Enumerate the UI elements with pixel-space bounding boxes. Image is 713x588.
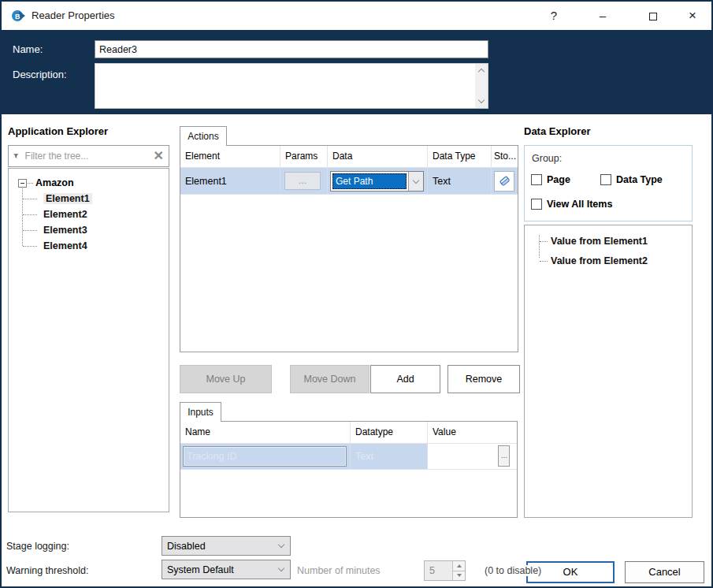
spinner-up-button[interactable] (453, 561, 465, 571)
tree-filter: ✕ (8, 145, 169, 167)
view-all-items-checkbox[interactable] (531, 199, 542, 210)
tab-inputs[interactable]: Inputs (180, 402, 221, 422)
data-item-element2[interactable]: Value from Element2 (539, 251, 689, 271)
actions-row[interactable]: Element1 ... Get Path Text (180, 168, 518, 195)
data-action-selected: Get Path (332, 173, 407, 189)
filter-clear-icon[interactable]: ✕ (154, 150, 164, 162)
scroll-up-icon[interactable] (478, 69, 485, 75)
group-options-box: Group: Page Data Type View All Items (524, 145, 693, 221)
svg-text:B: B (15, 13, 20, 20)
move-up-button[interactable]: Move Up (180, 365, 272, 393)
tree-children: Element1 Element2 Element3 Element4 (22, 191, 165, 254)
store-in-button[interactable] (494, 171, 514, 192)
tree-node-element1[interactable]: Element1 (22, 191, 165, 207)
tree-node-amazon[interactable]: Amazon (12, 175, 165, 191)
action-datatype-cell: Text (428, 176, 451, 187)
collapse-icon[interactable] (18, 179, 27, 188)
add-button[interactable]: Add (370, 365, 440, 393)
stage-logging-label: Stage logging: (6, 541, 69, 552)
spinner-down-button[interactable] (453, 571, 465, 581)
description-label: Description: (13, 69, 67, 80)
triangle-up-icon (457, 564, 462, 568)
name-input[interactable] (95, 40, 488, 58)
data-explorer-title: Data Explorer (524, 125, 591, 137)
group-label: Group: (532, 153, 562, 164)
page-checkbox[interactable] (531, 174, 542, 185)
tree-filter-input[interactable] (24, 150, 149, 162)
tab-actions[interactable]: Actions (180, 126, 227, 146)
tree-root-label[interactable]: Amazon (35, 177, 74, 188)
action-element-cell: Element1 (180, 176, 227, 187)
chevron-down-icon (413, 177, 419, 183)
data-action-dropdown[interactable]: Get Path (330, 171, 424, 192)
col-element: Element (180, 146, 280, 167)
reader-properties-dialog: B Reader Properties ? – × Name: Descript… (0, 0, 713, 588)
warning-threshold-value: System Default (162, 564, 279, 575)
name-label: Name: (13, 43, 43, 55)
move-down-button[interactable]: Move Down (290, 365, 369, 393)
params-button[interactable]: ... (284, 172, 321, 190)
data-type-checkbox-label[interactable]: Data Type (616, 174, 663, 185)
col-value: Value (428, 422, 517, 443)
description-field (95, 63, 488, 109)
spinner-arrows (452, 561, 465, 580)
dropdown-chevron[interactable] (408, 172, 423, 191)
scroll-down-icon[interactable] (478, 97, 485, 103)
title-bar: B Reader Properties ? – × (2, 2, 711, 30)
input-name-editor[interactable]: Tracking ID (183, 446, 347, 467)
remove-button[interactable]: Remove (447, 365, 520, 393)
view-all-items-checkbox-label[interactable]: View All Items (547, 199, 612, 210)
inputs-table-header: Name Datatype Value (180, 422, 517, 444)
col-store: Sto... (492, 146, 518, 167)
maximize-button[interactable] (641, 2, 665, 30)
disable-hint-label: (0 to disable) (483, 565, 543, 576)
col-params: Params (280, 146, 328, 167)
col-datatype: Datatype (351, 422, 428, 443)
data-type-checkbox[interactable] (600, 174, 611, 185)
inputs-row[interactable]: Tracking ID Text … (180, 444, 517, 470)
actions-table: Element Params Data Data Type Sto... Ele… (180, 145, 518, 352)
warning-threshold-select[interactable]: System Default (162, 560, 291, 579)
col-data: Data (328, 146, 428, 167)
stage-logging-select[interactable]: Disabled (162, 536, 291, 556)
description-textarea[interactable] (95, 64, 475, 108)
window-title: Reader Properties (32, 9, 115, 21)
tree-node-element4[interactable]: Element4 (22, 238, 165, 254)
application-tree: Amazon Element1 Element2 Element3 Elemen… (8, 168, 169, 512)
app-logo-icon: B (11, 9, 27, 23)
data-explorer-tree: Value from Element1 Value from Element2 (524, 225, 693, 518)
tree-node-element2[interactable]: Element2 (22, 207, 165, 222)
minimize-button[interactable]: – (591, 2, 615, 30)
cancel-button[interactable]: Cancel (625, 561, 704, 583)
warning-threshold-label: Warning threshold: (6, 565, 88, 576)
description-scrollbar[interactable] (475, 64, 488, 108)
chevron-down-icon (278, 541, 284, 548)
data-item-element1[interactable]: Value from Element1 (539, 232, 689, 251)
number-of-minutes-label: Number of minutes (297, 565, 381, 576)
tree-node-element3[interactable]: Element3 (22, 222, 165, 238)
help-button[interactable]: ? (542, 2, 566, 30)
application-explorer-title: Application Explorer (8, 125, 108, 137)
page-checkbox-label[interactable]: Page (547, 174, 570, 185)
filter-funnel-icon (13, 151, 19, 162)
inputs-table: Name Datatype Value Tracking ID Text … (180, 421, 518, 518)
close-button[interactable]: × (681, 2, 704, 30)
stage-logging-value: Disabled (162, 541, 279, 552)
eraser-icon (498, 174, 511, 188)
actions-table-header: Element Params Data Data Type Sto... (180, 146, 518, 168)
minutes-spinner: 5 (424, 560, 466, 581)
input-datatype-cell: Text (351, 451, 373, 462)
value-browse-button[interactable]: … (498, 445, 510, 467)
minutes-value: 5 (425, 561, 452, 580)
maximize-icon (649, 13, 657, 20)
chevron-down-icon (278, 565, 284, 571)
input-value-cell[interactable]: … (428, 444, 517, 469)
triangle-down-icon (457, 574, 462, 577)
col-name: Name (180, 422, 351, 443)
col-data-type: Data Type (428, 146, 492, 167)
